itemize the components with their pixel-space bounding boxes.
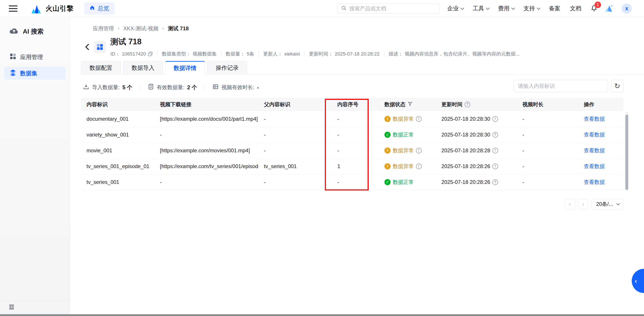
sidebar-item-dataset[interactable]: 数据集 — [4, 67, 66, 80]
cell-actions: 查看数据 — [578, 147, 624, 154]
column-header-内容标识: 内容标识 — [81, 101, 154, 108]
bell-icon — [590, 9, 598, 12]
cell-seq: - — [332, 116, 379, 122]
tab-bar: 数据配置 数据导入 数据详情 操作记录 — [81, 61, 644, 75]
cell-download-url: [https://example.com/tv_series/001/episo… — [154, 163, 258, 170]
help-icon[interactable]: ? — [464, 102, 470, 107]
page-size-select[interactable]: 20条/... — [592, 199, 624, 209]
cell-status: !数据异常! — [379, 115, 436, 122]
meta-description: 描述：视频内容信息库，包含纪录片、视频等内容的元数据... — [388, 51, 520, 57]
tab-data-config[interactable]: 数据配置 — [81, 61, 121, 74]
global-search[interactable] — [337, 4, 440, 14]
content-id-filter-input[interactable] — [514, 80, 608, 92]
notification-badge: 1 — [594, 2, 601, 8]
import-icon — [83, 83, 89, 91]
table-row: variety_show_001---✓数据正常2025-07-18 20:28… — [81, 127, 624, 143]
view-data-link[interactable]: 查看数据 — [584, 147, 605, 154]
tab-data-details[interactable]: 数据详情 — [165, 61, 205, 75]
status-label: 数据异常 — [393, 147, 414, 154]
sidebar-footer — [0, 300, 70, 314]
cell-seq: - — [332, 132, 379, 138]
topnav-icp[interactable]: 备案 — [549, 5, 560, 12]
notifications-button[interactable]: 1 — [590, 5, 598, 13]
topnav-support[interactable]: 支持 — [524, 5, 539, 12]
table-row: movie_001[https://example.com/movies/001… — [81, 143, 624, 159]
info-icon[interactable]: ! — [416, 164, 422, 169]
hamburger-menu-icon[interactable] — [9, 6, 18, 12]
console-logo-icon[interactable] — [605, 4, 614, 13]
help-icon[interactable]: ? — [492, 132, 498, 137]
table-row: tv_series_001_episode_01[https://example… — [81, 159, 624, 174]
column-header-视频下载链接: 视频下载链接 — [154, 101, 258, 108]
view-data-link[interactable]: 查看数据 — [584, 179, 605, 186]
collapse-sidebar-icon[interactable] — [8, 304, 15, 311]
sidebar: AI 搜索 应用管理 数据集 — [0, 17, 70, 314]
view-data-link[interactable]: 查看数据 — [584, 163, 605, 170]
info-icon[interactable]: ! — [416, 116, 422, 122]
page-header: 测试 718 ID：106517420 数据集类型：视频数据集 — [82, 36, 520, 57]
alert-icon[interactable]: ! — [492, 164, 498, 169]
brand-logo[interactable]: 火山引擎 — [30, 3, 74, 14]
cell-actions: 查看数据 — [578, 115, 624, 122]
column-label: 操作 — [584, 101, 594, 108]
valid-data-icon — [148, 83, 154, 91]
cell-parent-id: - — [258, 179, 332, 185]
cell-updated: 2025-07-18 20:28:26? — [436, 179, 517, 185]
cell-content-id: tv_series_001 — [81, 179, 154, 185]
topnav-billing[interactable]: 费用 — [498, 5, 514, 12]
cell-seq: - — [332, 147, 379, 153]
meta-divider — [384, 51, 384, 57]
user-avatar[interactable]: x — [622, 4, 632, 14]
breadcrumb: 应用管理 › XKX-测试-视频 › 测试 718 — [93, 25, 188, 32]
tab-operation-log[interactable]: 操作记录 — [207, 61, 247, 74]
warning-icon: ! — [384, 116, 390, 122]
table-row: tv_series_001---✓数据正常2025-07-18 20:28:26… — [81, 174, 624, 190]
product-title: AI 搜索 — [0, 17, 70, 36]
view-data-link[interactable]: 查看数据 — [584, 131, 605, 138]
column-label: 内容序号 — [337, 101, 358, 108]
view-data-link[interactable]: 查看数据 — [584, 115, 605, 122]
copy-icon[interactable] — [148, 51, 153, 57]
sidebar-item-app-management[interactable]: 应用管理 — [4, 51, 66, 63]
updated-time: 2025-07-18 20:28:30 — [442, 132, 490, 138]
help-icon[interactable]: ? — [492, 179, 498, 185]
cell-download-url: - — [154, 132, 258, 138]
global-search-input[interactable] — [350, 6, 436, 12]
cell-content-id: variety_show_001 — [81, 132, 154, 138]
prev-page-button[interactable]: ‹ — [564, 199, 575, 209]
column-header-内容序号: 内容序号 — [332, 101, 379, 108]
alert-icon[interactable]: ! — [492, 116, 498, 122]
cell-duration: - — [517, 116, 578, 122]
stat-divider — [140, 84, 140, 90]
filter-icon[interactable] — [408, 101, 412, 107]
back-button[interactable] — [82, 40, 92, 54]
warning-icon: ! — [384, 163, 390, 170]
topnav-enterprise[interactable]: 企业 — [447, 5, 463, 12]
cell-content-id: movie_001 — [81, 147, 154, 153]
cell-download-url: [https://example.com/docs/001/part1.mp4] — [154, 116, 258, 122]
overview-button[interactable]: 总览 — [84, 3, 114, 15]
cell-status: ✓数据正常 — [379, 131, 436, 138]
stat-imported-count: 导入数据量:5 个 — [83, 83, 132, 91]
cell-duration: - — [517, 147, 578, 153]
home-icon — [89, 5, 95, 12]
table-row: documentary_001[https://example.com/docs… — [81, 111, 624, 127]
cell-seq: - — [332, 179, 379, 185]
dataset-meta: ID：106517420 数据集类型：视频数据集 数据量：5条 — [110, 51, 520, 57]
table-scrollbar-thumb[interactable] — [626, 114, 628, 190]
tab-data-import[interactable]: 数据导入 — [123, 61, 163, 74]
meta-updated-time: 更新时间：2025-07-18 20:28:22 — [309, 51, 380, 57]
topnav-docs[interactable]: 文档 — [570, 5, 581, 12]
brand-name: 火山引擎 — [46, 4, 74, 13]
refresh-icon: ↻ — [614, 82, 620, 90]
breadcrumb-app-management[interactable]: 应用管理 — [93, 25, 114, 32]
column-label: 视频时长 — [522, 101, 544, 108]
breadcrumb-separator: › — [118, 26, 120, 31]
breadcrumb-xkx-test-video[interactable]: XKX-测试-视频 — [123, 25, 158, 32]
topnav-tools[interactable]: 工具 — [473, 5, 488, 12]
alert-icon[interactable]: ! — [492, 148, 498, 153]
updated-time: 2025-07-18 20:28:30 — [442, 116, 490, 122]
refresh-button[interactable]: ↻ — [611, 80, 624, 92]
next-page-button[interactable]: › — [578, 199, 588, 209]
info-icon[interactable]: ! — [416, 148, 422, 153]
